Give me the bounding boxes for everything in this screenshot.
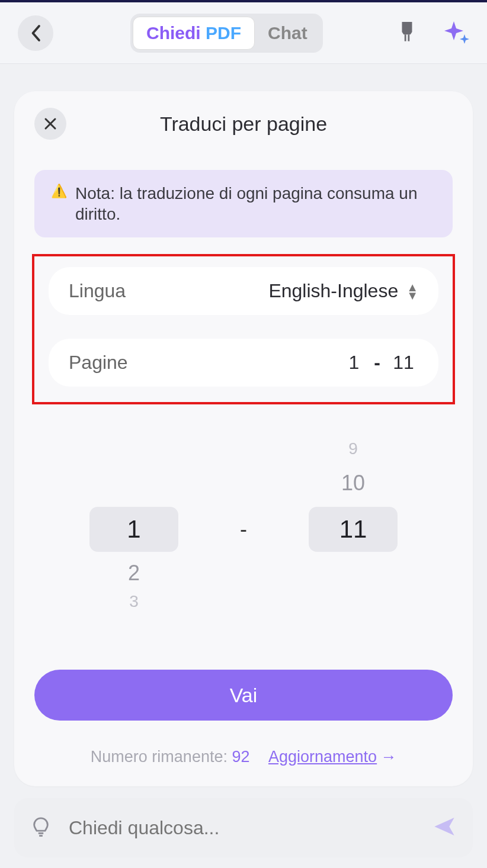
close-button[interactable] [34,108,66,140]
pages-to: 11 [389,352,418,374]
brush-icon[interactable] [397,20,417,46]
picker-to-opt: 9 [348,439,358,458]
language-label: Lingua [69,280,126,302]
picker-to-selected: 11 [309,507,398,552]
back-button[interactable] [18,15,53,51]
picker-to-opt: 10 [341,471,365,496]
ask-bar [14,798,473,857]
tab-switcher: Chiedi PDF Chat [130,14,323,53]
lightbulb-icon[interactable] [31,816,51,839]
send-button[interactable] [432,815,456,841]
highlighted-settings: Lingua English-Inglese ▲▼ Pagine 1 - 11 [32,254,455,404]
send-icon [432,815,456,838]
pages-label: Pagine [69,352,128,374]
language-value: English-Inglese [268,280,398,302]
note-text: Nota: la traduzione di ogni pagina consu… [75,183,436,224]
pages-from: 1 [342,352,366,374]
picker-from-column[interactable]: 1 2 3 [89,432,178,627]
sparkle-icon[interactable] [443,19,469,47]
ask-input[interactable] [69,817,432,839]
tab-askpdf[interactable]: Chiedi PDF [133,17,255,50]
warning-icon: ⚠️ [51,183,67,224]
tab-chat[interactable]: Chat [255,17,321,49]
svg-rect-0 [405,34,406,41]
modal-title: Traduci per pagine [34,112,453,136]
chevron-left-icon [30,24,41,42]
upgrade-link[interactable]: Aggiornamento [268,748,377,766]
page-picker: 1 2 3 - 9 10 11 [34,432,453,627]
app-header: Chiedi PDF Chat [0,2,487,64]
tab-askpdf-pdf: PDF [206,23,241,43]
translate-go-button[interactable]: Vai [34,670,453,721]
picker-from-selected: 1 [89,507,178,552]
remaining-label: Numero rimanente: [91,748,232,766]
pages-dash: - [374,352,380,374]
note-box: ⚠️ Nota: la traduzione di ogni pagina co… [34,170,453,237]
picker-from-opt: 2 [128,561,140,586]
pages-row[interactable]: Pagine 1 - 11 [49,339,438,387]
tab-askpdf-ask: Chiedi [146,23,201,43]
updown-icon: ▲▼ [406,283,418,300]
arrow-right-icon: → [380,748,396,766]
translate-modal: Traduci per pagine ⚠️ Nota: la traduzion… [14,91,473,786]
close-icon [43,117,57,131]
footer-line: Numero rimanente: 92 Aggiornamento→ [34,748,453,766]
picker-to-column[interactable]: 9 10 11 [309,432,398,627]
language-row[interactable]: Lingua English-Inglese ▲▼ [49,267,438,315]
picker-from-opt: 3 [129,592,139,611]
picker-dash: - [240,517,247,542]
svg-rect-1 [408,34,409,41]
remaining-count: 92 [232,748,249,766]
